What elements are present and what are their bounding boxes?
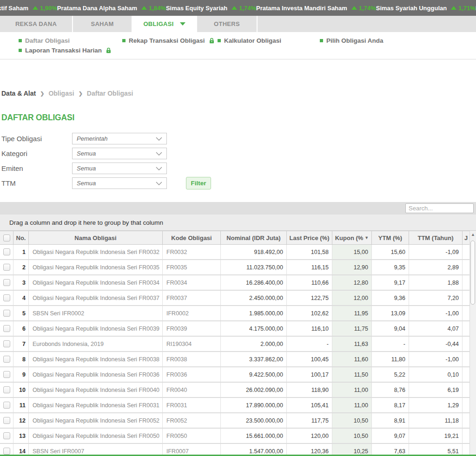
cell-nama-obligasi: SBSN Seri IFR0002 — [29, 306, 163, 320]
cell-nama-obligasi: Eurobonds Indonesia, 2019 — [29, 337, 163, 351]
row-checkbox[interactable] — [3, 448, 10, 455]
row-select-cell — [0, 245, 13, 259]
ticker-change: 1,74% — [239, 5, 256, 12]
cell-no: 5 — [13, 306, 29, 320]
row-checkbox[interactable] — [3, 325, 10, 332]
cell-nama-obligasi: Obligasi Negara Republik Indonesia Seri … — [29, 383, 163, 397]
cell-no: 10 — [13, 383, 29, 397]
cell-kupon: 11,00 — [332, 383, 372, 397]
tipe-obligasi-select[interactable]: Pemerintah — [72, 133, 167, 144]
table-row: 13 Obligasi Negara Republik Indonesia Se… — [0, 429, 469, 444]
column-header-kode-obligasi[interactable]: Kode Obligasi — [163, 231, 221, 244]
row-checkbox[interactable] — [3, 310, 10, 317]
row-checkbox[interactable] — [3, 248, 10, 255]
row-checkbox[interactable] — [3, 386, 10, 393]
submenu-label: Pilih Obligasi Anda — [326, 37, 383, 44]
cell-ytm: 5,22 — [372, 367, 409, 382]
ticker-item[interactable]: Simas Equity Syariah 1,74% — [166, 5, 256, 12]
column-label: J — [464, 235, 468, 241]
cell-last-price: 118,90 — [287, 383, 332, 397]
tab-saham[interactable]: SAHAM — [73, 16, 132, 32]
breadcrumb-obligasi[interactable]: Obligasi — [48, 90, 74, 97]
ticker-item[interactable]: Simas Syariah Unggulan 1,71% — [376, 5, 476, 12]
submenu-item-rekap-transaksi-obligasi[interactable]: Rekap Transaksi Obligasi — [122, 37, 214, 44]
group-by-hint: Drag a column and drop it here to group … — [9, 219, 163, 226]
cell-kode-obligasi: FR0050 — [163, 429, 221, 443]
cell-kupon: 11,95 — [332, 306, 372, 320]
search-input[interactable] — [405, 203, 474, 213]
table-body: 1 Obligasi Negara Republik Indonesia Ser… — [0, 245, 469, 456]
emiten-select[interactable]: Semua — [72, 163, 167, 174]
filter-button[interactable]: Filter — [186, 177, 211, 189]
cell-ytm: 9,07 — [372, 429, 409, 443]
cell-nominal: 918.492,00 — [221, 245, 287, 259]
cell-ytm: 11,80 — [372, 352, 409, 366]
submenu-item-daftar-obligasi[interactable]: Daftar Obligasi — [19, 37, 70, 44]
row-checkbox[interactable] — [3, 356, 10, 363]
column-header-jatuh-tempo[interactable]: J — [463, 231, 469, 244]
row-checkbox[interactable] — [3, 340, 10, 347]
cell-kupon: 12,90 — [332, 260, 372, 274]
cell-no: 2 — [13, 260, 29, 274]
table-scrollbar[interactable]: ▲ — [469, 231, 476, 456]
lock-icon — [209, 38, 214, 44]
cell-last-price: 116,15 — [287, 260, 332, 274]
ttm-select[interactable]: Semua — [72, 177, 167, 189]
row-select-cell — [0, 260, 13, 274]
scroll-up-icon[interactable]: ▲ — [470, 231, 476, 238]
ticker-item[interactable]: aktif Saham 1,90% — [0, 5, 57, 12]
ticker-fund-name: Simas Equity Syariah — [166, 5, 227, 12]
column-header-kupon[interactable]: Kupon (% ▼ — [332, 231, 372, 244]
row-checkbox[interactable] — [3, 371, 10, 378]
column-header-nominal[interactable]: Nominal (IDR Juta) — [221, 231, 287, 244]
cell-nama-obligasi: Obligasi Negara Republik Indonesia Seri … — [29, 429, 163, 443]
page-title: DAFTAR OBLIGASI — [1, 113, 74, 123]
submenu-item-pilih-obligasi-anda[interactable]: Pilih Obligasi Anda — [320, 37, 383, 44]
cell-jatuh-tempo — [463, 260, 469, 274]
select-value: Semua — [77, 165, 96, 172]
row-checkbox[interactable] — [3, 402, 10, 409]
breadcrumb-data-alat[interactable]: Data & Alat — [1, 90, 36, 97]
ticker-change: 1,90% — [40, 5, 57, 12]
cell-jatuh-tempo — [463, 429, 469, 443]
row-checkbox[interactable] — [3, 294, 10, 301]
row-checkbox[interactable] — [3, 279, 10, 286]
tab-others[interactable]: OTHERS — [197, 16, 258, 32]
column-header-ytm[interactable]: YTM (%) — [372, 231, 409, 244]
cell-kode-obligasi: IFR0002 — [163, 306, 221, 320]
cell-last-price: 100,45 — [287, 352, 332, 366]
column-header-no[interactable]: No. — [13, 231, 29, 244]
change-up-icon — [33, 6, 38, 10]
table-toolbar — [0, 202, 476, 215]
submenu-item-laporan-transaksi-harian[interactable]: Laporan Transaksi Harian — [19, 47, 111, 54]
table-row: 10 Obligasi Negara Republik Indonesia Se… — [0, 383, 469, 398]
column-header-last-price[interactable]: Last Price (%) — [287, 231, 332, 244]
row-checkbox[interactable] — [3, 264, 10, 271]
kategori-select[interactable]: Semua — [72, 148, 167, 159]
cell-kode-obligasi: FR0039 — [163, 321, 221, 336]
cell-no: 8 — [13, 352, 29, 366]
cell-last-price: 105,41 — [287, 398, 332, 412]
ticker-item[interactable]: Pratama Dana Alpha Saham 1,84% — [57, 5, 166, 12]
tab-obligasi[interactable]: OBLIGASI — [132, 16, 197, 32]
cell-no: 3 — [13, 275, 29, 290]
scrollbar-thumb[interactable] — [470, 241, 475, 305]
tab-reksa-dana[interactable]: REKSA DANA — [0, 16, 73, 32]
row-checkbox[interactable] — [3, 417, 10, 424]
group-by-dropzone[interactable]: Drag a column and drop it here to group … — [0, 215, 476, 231]
cell-nama-obligasi: Obligasi Negara Republik Indonesia Seri … — [29, 321, 163, 336]
ticker-change: 1,71% — [458, 5, 476, 12]
cell-nominal: 3.337.862,00 — [221, 352, 287, 366]
row-checkbox[interactable] — [3, 432, 10, 439]
column-header-nama-obligasi[interactable]: Nama Obligasi — [29, 231, 163, 244]
submenu-label: Daftar Obligasi — [25, 37, 70, 44]
ticker-item[interactable]: Pratama Investa Mandiri Saham 1,74% — [256, 5, 376, 12]
row-select-cell — [0, 291, 13, 305]
select-all-checkbox[interactable] — [3, 235, 10, 241]
cell-last-price: 101,58 — [287, 245, 332, 259]
ticker-fund-name: Pratama Investa Mandiri Saham — [256, 5, 347, 12]
cell-last-price: 117,75 — [287, 413, 332, 428]
breadcrumb-daftar-obligasi[interactable]: Daftar Obligasi — [87, 90, 133, 97]
column-header-ttm[interactable]: TTM (Tahun) — [409, 231, 463, 244]
submenu-item-kalkulator-obligasi[interactable]: Kalkulator Obligasi — [218, 37, 281, 44]
